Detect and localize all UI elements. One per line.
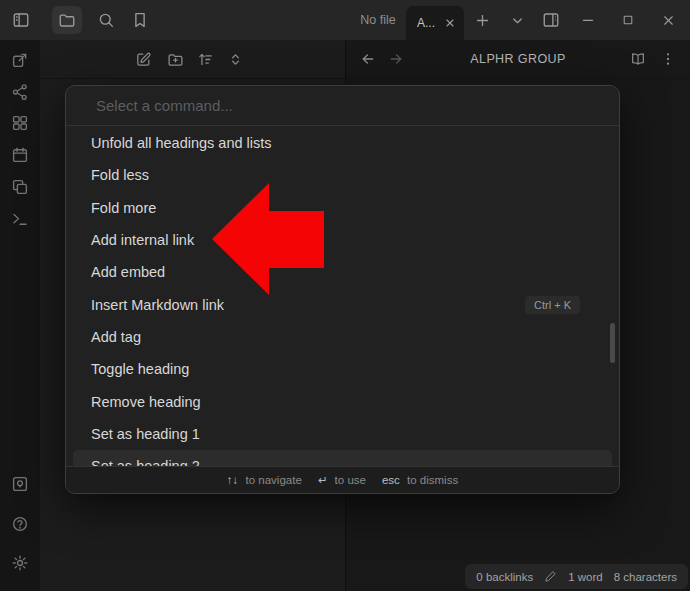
tab-list-chevron-icon[interactable] xyxy=(501,0,533,40)
command-item[interactable]: Add internal link xyxy=(73,224,612,256)
tab-no-file[interactable]: No file xyxy=(350,0,406,40)
command-label: Fold more xyxy=(91,200,601,216)
scrollbar-thumb[interactable] xyxy=(610,323,615,363)
command-label: Add tag xyxy=(91,329,601,345)
command-item[interactable]: Toggle heading xyxy=(73,353,612,385)
command-palette-modal: Unfold all headings and lists Fold less … xyxy=(65,85,620,494)
tab-active-label: A... xyxy=(417,16,444,30)
command-label: Fold less xyxy=(91,167,601,183)
folder-icon xyxy=(58,11,76,29)
word-count: 1 word xyxy=(568,571,603,583)
red-arrow-shape xyxy=(212,183,324,295)
canvas-icon[interactable] xyxy=(11,114,29,132)
graph-view-icon[interactable] xyxy=(11,83,29,101)
left-ribbon xyxy=(0,40,40,591)
explorer-header xyxy=(40,40,345,79)
palette-footer: ↑↓ to navigate↵ to useesc to dismiss xyxy=(66,466,619,493)
command-item[interactable]: Fold more xyxy=(73,192,612,224)
footer-hint: ↑↓ to navigate xyxy=(227,474,302,486)
red-arrow-annotation xyxy=(206,178,328,300)
command-hotkey: Ctrl + K xyxy=(525,296,580,314)
footer-hint: esc to dismiss xyxy=(382,474,458,486)
footer-hint-key: ↑↓ xyxy=(227,474,239,486)
help-icon[interactable] xyxy=(11,515,29,533)
character-count: 8 characters xyxy=(614,571,677,583)
new-folder-icon[interactable] xyxy=(167,51,184,68)
footer-hint-key: esc xyxy=(382,474,400,486)
maximize-icon[interactable] xyxy=(612,0,644,40)
toggle-left-sidebar-icon[interactable] xyxy=(12,11,30,29)
command-list: Unfold all headings and lists Fold less … xyxy=(66,127,619,468)
editor-header: ALPHR GROUP xyxy=(346,40,690,79)
reading-mode-icon[interactable] xyxy=(630,51,646,67)
toggle-right-sidebar-icon[interactable] xyxy=(535,0,567,40)
open-file-icon[interactable] xyxy=(11,51,29,69)
bookmark-icon[interactable] xyxy=(131,11,149,29)
backlinks-count[interactable]: 0 backlinks xyxy=(476,571,533,583)
new-note-icon[interactable] xyxy=(135,51,152,68)
vault-switcher-icon[interactable] xyxy=(11,475,29,493)
footer-hint-key: ↵ xyxy=(318,474,328,486)
command-item[interactable]: Add embed xyxy=(73,256,612,288)
command-label: Add embed xyxy=(91,264,601,280)
command-item[interactable]: Add tag xyxy=(73,321,612,353)
minimize-icon[interactable] xyxy=(572,0,604,40)
obsidian-window: No file A... xyxy=(0,0,690,591)
titlebar: No file A... xyxy=(0,0,690,40)
command-label: Toggle heading xyxy=(91,361,601,377)
sort-order-icon[interactable] xyxy=(197,51,214,68)
tab-active[interactable]: A... xyxy=(406,6,464,40)
command-item[interactable]: Unfold all headings and lists xyxy=(73,127,612,159)
command-search-input[interactable] xyxy=(66,86,619,126)
command-item[interactable]: Remove heading xyxy=(73,385,612,417)
command-label: Remove heading xyxy=(91,394,601,410)
tab-close-icon[interactable] xyxy=(444,17,456,29)
search-icon[interactable] xyxy=(97,11,115,29)
command-item[interactable]: Set as heading 1 xyxy=(73,418,612,450)
status-bar: 0 backlinks 1 word 8 characters xyxy=(465,564,688,589)
footer-hint-action: to dismiss xyxy=(404,474,458,486)
command-label: Unfold all headings and lists xyxy=(91,135,601,151)
footer-hint-action: to use xyxy=(331,474,366,486)
command-item[interactable]: Insert Markdown link Ctrl + K xyxy=(73,288,612,320)
footer-hint-action: to navigate xyxy=(242,474,301,486)
settings-gear-icon[interactable] xyxy=(11,554,29,572)
command-label: Set as heading 1 xyxy=(91,426,601,442)
new-tab-icon[interactable] xyxy=(466,0,498,40)
close-window-icon[interactable] xyxy=(652,0,684,40)
more-options-icon[interactable] xyxy=(660,51,676,67)
daily-note-icon[interactable] xyxy=(11,146,29,164)
command-label: Add internal link xyxy=(91,232,601,248)
collapse-all-icon[interactable] xyxy=(227,51,244,68)
command-item[interactable]: Fold less xyxy=(73,159,612,191)
footer-hint: ↵ to use xyxy=(318,473,366,487)
terminal-icon[interactable] xyxy=(11,210,29,228)
files-tab-button[interactable] xyxy=(52,6,82,34)
templates-icon[interactable] xyxy=(11,178,29,196)
edit-mode-pencil-icon[interactable] xyxy=(544,570,557,583)
